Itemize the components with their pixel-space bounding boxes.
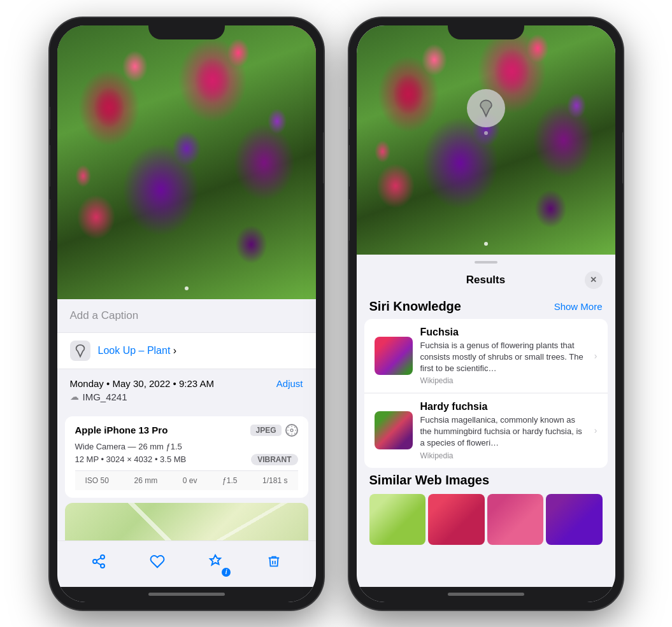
map-thumbnail[interactable]	[65, 503, 308, 540]
web-image-3[interactable]	[487, 494, 544, 545]
hardy-title: Hardy fuchsia	[420, 401, 587, 412]
web-image-2[interactable]	[428, 494, 485, 545]
ev: 0 ev	[183, 476, 197, 485]
web-images-section: Similar Web Images	[357, 468, 615, 547]
fuchsia-description: Fuchsia is a genus of flowering plants t…	[420, 340, 587, 375]
toolbar	[57, 540, 316, 587]
right-phone-screen: Results ✕ Siri Knowledge Show More Fuchs…	[357, 25, 615, 602]
mp-info: 12 MP • 3024 × 4032 • 3.5 MB	[75, 454, 187, 464]
svg-point-0	[290, 429, 293, 432]
camera-card: Apple iPhone 13 Pro JPEG Wide Camera — 2…	[65, 416, 308, 498]
lookup-row[interactable]: Look Up – Plant ›	[57, 333, 316, 369]
camera-badges: JPEG	[250, 424, 297, 437]
filename-row: ☁ IMG_4241	[70, 391, 303, 402]
show-more-button[interactable]: Show More	[554, 301, 603, 312]
vibrant-badge: VIBRANT	[251, 454, 297, 465]
aperture: ƒ1.5	[222, 476, 237, 485]
adjust-button[interactable]: Adjust	[276, 378, 303, 389]
hardy-thumbnail	[375, 411, 413, 449]
photo-area[interactable]	[57, 25, 316, 299]
lookup-icon	[70, 341, 90, 361]
fuchsia-source: Wikipedia	[420, 376, 587, 385]
fuchsia-title: Fuchsia	[420, 327, 587, 338]
photo-date: Monday • May 30, 2022 • 9:23 AM	[70, 378, 214, 389]
metadata-section: Monday • May 30, 2022 • 9:23 AM Adjust ☁…	[57, 369, 316, 411]
left-phone: Add a Caption Look Up – Plant › Monday •…	[50, 18, 324, 610]
siri-knowledge-title: Siri Knowledge	[369, 299, 461, 314]
caption-row[interactable]: Add a Caption	[57, 299, 316, 333]
hardy-source: Wikipedia	[420, 451, 587, 460]
lookup-text: Look Up – Plant ›	[98, 345, 177, 356]
focal-length: 26 mm	[134, 476, 157, 485]
sheet-title: Results	[387, 274, 585, 286]
shutter-speed: 1/181 s	[262, 476, 287, 485]
gear-icon[interactable]	[285, 424, 298, 437]
hardy-chevron: ›	[594, 425, 597, 435]
hardy-fuchsia-item[interactable]: Hardy fuchsia Fuchsia magellanica, commo…	[364, 393, 608, 468]
hardy-description: Fuchsia magellanica, commonly known as t…	[420, 414, 587, 449]
fuchsia-item[interactable]: Fuchsia Fuchsia is a genus of flowering …	[364, 319, 608, 394]
right-photo-dot	[484, 242, 488, 246]
fuchsia-content: Fuchsia Fuchsia is a genus of flowering …	[420, 327, 587, 386]
siri-knowledge-header: Siri Knowledge Show More	[357, 294, 615, 319]
filename: IMG_4241	[83, 391, 127, 402]
web-images-title: Similar Web Images	[369, 473, 603, 488]
share-button[interactable]	[86, 549, 111, 574]
exif-row: ISO 50 26 mm 0 ev ƒ1.5 1/181 s	[75, 470, 298, 490]
home-indicator	[57, 587, 316, 602]
close-button[interactable]: ✕	[585, 271, 603, 289]
hardy-content: Hardy fuchsia Fuchsia magellanica, commo…	[420, 401, 587, 460]
camera-name: Apple iPhone 13 Pro	[75, 425, 168, 435]
iso: ISO 50	[85, 476, 109, 485]
cloud-icon: ☁	[70, 391, 79, 402]
wide-camera-spec: Wide Camera — 26 mm ƒ1.5	[75, 442, 298, 451]
left-phone-screen: Add a Caption Look Up – Plant › Monday •…	[57, 25, 316, 602]
right-home-indicator	[357, 587, 615, 602]
fuchsia-chevron: ›	[594, 351, 597, 361]
knowledge-card: Fuchsia Fuchsia is a genus of flowering …	[364, 319, 608, 468]
right-photo-area	[357, 25, 615, 255]
web-images-grid	[369, 494, 603, 545]
caption-placeholder[interactable]: Add a Caption	[70, 309, 139, 321]
jpeg-badge: JPEG	[250, 425, 281, 436]
sheet-header: Results ✕	[357, 264, 615, 294]
right-phone: Results ✕ Siri Knowledge Show More Fuchs…	[349, 18, 623, 610]
visual-search-bubble	[467, 89, 505, 127]
like-button[interactable]	[145, 549, 170, 574]
results-sheet: Results ✕ Siri Knowledge Show More Fuchs…	[357, 255, 615, 587]
delete-button[interactable]	[261, 549, 287, 574]
web-image-4[interactable]	[546, 494, 603, 545]
web-image-1[interactable]	[369, 494, 426, 545]
info-button[interactable]	[203, 549, 228, 574]
photo-dot	[185, 286, 189, 290]
info-area: Add a Caption Look Up – Plant › Monday •…	[57, 299, 316, 540]
fuchsia-thumbnail	[375, 337, 413, 375]
